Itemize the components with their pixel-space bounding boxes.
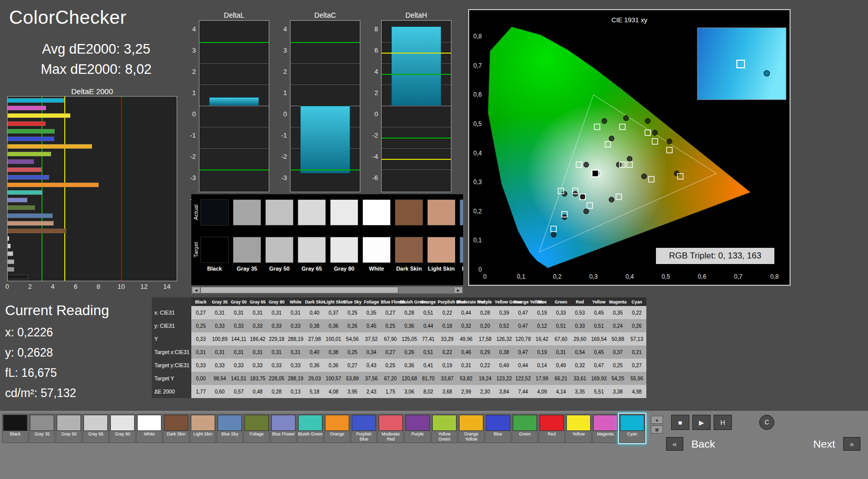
- cie-zoom-inset: [697, 28, 786, 100]
- h-mode-button[interactable]: H: [714, 415, 732, 430]
- swatch-scrollbar[interactable]: ◄ ►: [191, 286, 463, 294]
- deltac-plot-area: [290, 20, 360, 192]
- patch-button-blue-sky[interactable]: Blue Sky: [217, 414, 243, 443]
- table-cell: 122,52: [514, 372, 532, 385]
- inset-measured-point: [764, 71, 770, 76]
- tolerance-line: [199, 169, 269, 170]
- table-cell: 0,25: [191, 319, 210, 332]
- patch-button-cyan[interactable]: Cyan: [619, 414, 645, 443]
- table-cell: 0,26: [343, 319, 362, 332]
- c-mode-button[interactable]: C: [759, 415, 774, 430]
- table-cell: 0,40: [305, 345, 324, 359]
- swatch-label-light-skin: Light Skin: [427, 266, 456, 272]
- patch-color-swatch: [110, 415, 135, 431]
- swatch-labels-row: BlackGray 35Gray 50Gray 65Gray 80WhiteDa…: [200, 266, 463, 272]
- table-cell: 0,31: [457, 359, 475, 372]
- patch-button-orange-yellow[interactable]: Orange Yellow: [458, 414, 484, 443]
- cie-x-tick-label: 0,1: [517, 273, 525, 280]
- layout-grid-button[interactable]: ▦: [651, 425, 663, 433]
- measured-point: [609, 197, 614, 202]
- back-label[interactable]: Back: [691, 438, 715, 450]
- swatch-label-blue-sky: Blue Sky: [460, 266, 463, 272]
- patch-button-white[interactable]: White: [136, 414, 162, 443]
- patch-button-gray-80[interactable]: Gray 80: [109, 414, 136, 443]
- table-cell: 0,33: [210, 359, 229, 372]
- patch-button-moderate-red[interactable]: Moderate Red: [378, 414, 404, 443]
- table-cell: 0,44: [514, 359, 532, 372]
- scroll-right-button[interactable]: ►: [454, 287, 463, 293]
- cie-x-tick-label: 0,7: [734, 273, 742, 280]
- table-cell: 144,11: [229, 332, 248, 345]
- cie-y-tick-label: 0,8: [473, 33, 482, 40]
- scroll-left-button[interactable]: ◄: [192, 287, 200, 293]
- patch-button-dark-skin[interactable]: Dark Skin: [163, 414, 189, 443]
- deltae-x-tick-label: 12: [140, 283, 147, 290]
- column-header-orange: Orange: [419, 297, 437, 306]
- actual-swatch-gray-50: [265, 199, 294, 226]
- patch-button-purple[interactable]: Purple: [404, 414, 431, 443]
- table-cell: 1,75: [381, 385, 400, 398]
- patch-button-label: Gray 50: [56, 431, 81, 437]
- table-cell: 67,60: [552, 332, 570, 345]
- patch-button-gray-65[interactable]: Gray 65: [82, 414, 109, 443]
- play-icon: ▶: [699, 419, 704, 426]
- table-cell: 0,33: [248, 359, 267, 372]
- stop-icon: ■: [678, 419, 682, 426]
- table-cell: 0,41: [419, 359, 437, 372]
- cie-x-tick-label: 0,4: [626, 273, 634, 280]
- patch-button-foliage[interactable]: Foliage: [243, 414, 270, 443]
- table-cell: 123,22: [494, 372, 513, 385]
- table-cell: 8,02: [419, 385, 437, 398]
- patch-button-green[interactable]: Green: [512, 414, 538, 443]
- next-arrows-button[interactable]: »: [843, 437, 860, 451]
- play-button[interactable]: ▶: [692, 415, 711, 430]
- patch-button-magenta[interactable]: Magenta: [592, 414, 618, 443]
- next-label[interactable]: Next: [813, 438, 835, 450]
- collapse-up-button[interactable]: ▲: [651, 416, 663, 424]
- table-cell: 0,40: [305, 306, 324, 319]
- patch-tiles: BlackGray 35Gray 50Gray 65Gray 80WhiteDa…: [2, 414, 645, 443]
- patch-button-label: Dark Skin: [163, 431, 189, 437]
- table-cell: 0,31: [267, 345, 286, 359]
- patch-button-gray-35[interactable]: Gray 35: [29, 414, 55, 443]
- y-tick-label: -4: [366, 153, 378, 160]
- table-cell: 126,32: [494, 332, 513, 345]
- patch-button-gray-50[interactable]: Gray 50: [56, 414, 82, 443]
- table-cell: 3,06: [400, 385, 419, 398]
- patch-button-red[interactable]: Red: [539, 414, 565, 443]
- table-cell: 0,31: [210, 306, 229, 319]
- patch-button-blue-flower[interactable]: Blue Flower: [270, 414, 297, 443]
- gridline: [199, 148, 269, 149]
- patch-button-yellow[interactable]: Yellow: [565, 414, 592, 443]
- patch-button-black[interactable]: Black: [2, 414, 28, 443]
- table-cell: 0,27: [627, 359, 646, 372]
- scrollbar-track[interactable]: [200, 287, 454, 293]
- table-cell: 0,47: [514, 306, 532, 319]
- patch-button-yellow-green[interactable]: Yellow Green: [431, 414, 458, 443]
- column-header-black: Black: [191, 297, 210, 306]
- scrollbar-thumb[interactable]: [200, 287, 398, 293]
- deltae-bar-moderate-red: [8, 167, 42, 172]
- patch-button-blue[interactable]: Blue: [485, 414, 511, 443]
- table-cell: 0,18: [438, 319, 457, 332]
- column-header-red: Red: [570, 297, 589, 306]
- patch-color-swatch: [57, 415, 81, 431]
- patch-button-light-skin[interactable]: Light Skin: [190, 414, 216, 443]
- table-cell: 0,45: [590, 345, 608, 359]
- table-cell: 0,32: [570, 359, 589, 372]
- patch-color-swatch: [459, 415, 483, 431]
- table-cell: 0,36: [324, 359, 343, 372]
- deltal-chart-title: DeltaL: [199, 11, 269, 19]
- deltac-y-axis: 43210-1-2-3-4: [275, 20, 288, 192]
- patch-button-orange[interactable]: Orange: [324, 414, 350, 443]
- patch-color-swatch: [164, 415, 188, 431]
- stop-button[interactable]: ■: [671, 415, 689, 430]
- patch-color-swatch: [405, 415, 430, 431]
- chevron-up-icon: ▲: [655, 418, 659, 422]
- patch-button-label: Gray 65: [83, 431, 108, 437]
- patch-color-swatch: [137, 415, 161, 431]
- table-cell: 54,25: [608, 372, 627, 385]
- patch-button-bluish-green[interactable]: Bluish Green: [297, 414, 323, 443]
- patch-button-purplish-blue[interactable]: Purplish Blue: [351, 414, 377, 443]
- back-arrows-button[interactable]: «: [666, 437, 683, 451]
